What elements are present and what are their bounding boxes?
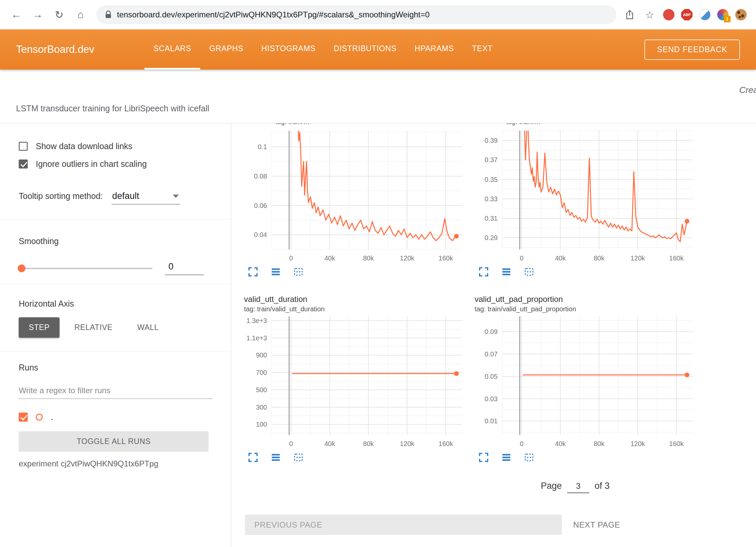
chart-card-top-right: tag: train/… 0.290.310.330.350.370.39040… [474,123,698,280]
expand-chart-button[interactable] [478,266,489,278]
chart-card-top-left: tag: train/… 0.040.060.080.1040k80k120k1… [243,123,467,280]
svg-text:0.05: 0.05 [485,373,498,380]
tab-histograms[interactable]: HISTOGRAMS [252,29,325,70]
svg-text:0.03: 0.03 [485,395,498,403]
svg-text:40k: 40k [555,440,566,447]
previous-page-button[interactable]: PREVIOUS PAGE [245,515,562,535]
smoothing-value-input[interactable]: 0 [165,261,204,275]
share-button[interactable] [623,8,636,21]
svg-text:160k: 160k [438,440,453,447]
svg-text:0.06: 0.06 [254,202,267,209]
app-header: TensorBoard.dev SCALARS GRAPHS HISTOGRAM… [0,29,756,70]
expand-icon [247,452,259,463]
nav-tabs: SCALARS GRAPHS HISTOGRAMS DISTRIBUTIONS … [144,29,502,70]
ignore-outliers-checkbox[interactable] [19,159,28,169]
svg-text:80k: 80k [594,254,605,262]
runs-list-icon [501,452,512,463]
expand-icon [247,266,259,278]
page-of-label: of 3 [595,481,610,491]
fit-domain-icon [523,266,535,278]
axis-relative-button[interactable]: RELATIVE [64,317,122,338]
svg-text:0.08: 0.08 [254,173,267,180]
chart-actions [243,264,467,280]
extension-badge: 1 [724,16,731,22]
home-button[interactable]: ⌂ [72,6,90,24]
abp-extension-icon[interactable]: ABP [681,9,692,20]
url-text[interactable]: tensorboard.dev/experiment/cj2vtPiwQHKN9… [117,10,429,19]
send-feedback-button[interactable]: SEND FEEDBACK [644,39,740,60]
next-page-button[interactable]: NEXT PAGE [573,520,620,530]
horizontal-axis-label: Horizontal Axis [19,299,212,309]
show-download-links-checkbox[interactable] [19,142,28,151]
svg-text:40k: 40k [324,440,335,447]
svg-text:160k: 160k [669,254,684,262]
reload-button[interactable]: ↻ [50,6,68,24]
page-buttons: PREVIOUS PAGE NEXT PAGE [245,515,756,535]
forward-button[interactable]: → [29,6,47,24]
fit-domain-button[interactable] [523,452,535,463]
tab-hparams[interactable]: HPARAMS [406,29,463,70]
axis-step-button[interactable]: STEP [19,317,59,338]
svg-text:0.09: 0.09 [485,328,498,335]
tab-scalars[interactable]: SCALARS [144,29,200,70]
back-button[interactable]: ← [7,6,25,24]
run-row[interactable]: . [19,412,212,422]
svg-text:0.29: 0.29 [485,234,498,241]
cookie-extension-icon[interactable] [735,9,747,20]
runs-list-button[interactable] [270,266,281,278]
runs-label: Runs [19,363,212,372]
tab-graphs[interactable]: GRAPHS [200,29,252,70]
chart-card-valid-utt-duration: valid_utt_duration tag: train/valid_utt_… [243,280,467,465]
runs-filter-input[interactable] [19,383,213,399]
chart-canvas[interactable]: 0.040.060.080.1040k80k120k160k [243,127,464,264]
run-checkbox[interactable] [19,413,28,422]
svg-text:0.01: 0.01 [485,417,498,425]
smoothing-slider[interactable] [19,268,152,269]
ignore-outliers-label: Ignore outliers in chart scaling [36,159,147,169]
expand-chart-button[interactable] [247,266,259,278]
svg-text:80k: 80k [594,440,605,447]
chart-canvas[interactable]: 0.290.310.330.350.370.39040k80k120k160k [474,127,695,264]
fit-domain-button[interactable] [293,266,304,278]
tooltip-sorting-select[interactable]: default [112,190,180,205]
fit-domain-button[interactable] [523,266,535,278]
svg-text:0.37: 0.37 [485,156,498,163]
chart-actions [474,264,698,280]
settings-sidebar: Show data download links Ignore outliers… [0,123,231,547]
svg-text:0.04: 0.04 [254,231,267,238]
expand-chart-button[interactable] [247,452,259,463]
adblock-extension-icon[interactable] [663,9,674,20]
address-bar[interactable]: tensorboard.dev/experiment/cj2vtPiwQHKN9… [96,5,616,24]
tab-distributions[interactable]: DISTRIBUTIONS [325,29,406,70]
tensorboard-logo[interactable]: TensorBoard.dev [16,43,94,56]
smoothing-slider-thumb[interactable] [18,264,25,272]
experiment-subheader: Crea LSTM transducer training for LibriS… [0,70,756,123]
svg-text:0.39: 0.39 [485,137,498,144]
runs-list-button[interactable] [501,266,512,278]
tab-text[interactable]: TEXT [463,29,502,70]
runs-list-button[interactable] [501,452,512,463]
ignore-outliers-row[interactable]: Ignore outliers in chart scaling [19,159,212,169]
fit-domain-button[interactable] [293,452,304,463]
bookmark-star-button[interactable]: ☆ [643,8,656,21]
svg-text:0: 0 [289,440,293,447]
blue-extension-icon[interactable] [699,9,711,20]
runs-list-button[interactable] [270,452,281,463]
browser-chrome: ← → ↻ ⌂ tensorboard.dev/experiment/cj2vt… [0,0,756,29]
toggle-all-runs-button[interactable]: TOGGLE ALL RUNS [19,431,209,452]
svg-text:0.31: 0.31 [485,215,498,222]
chart-canvas[interactable]: 0.010.030.050.070.09040k80k120k160k [474,313,695,450]
axis-wall-button[interactable]: WALL [127,317,169,338]
page-number-input[interactable]: 3 [567,481,589,493]
chart-canvas[interactable]: 1003005007009001.1e+31.3e+3040k80k120k16… [243,313,464,450]
svg-text:0: 0 [520,440,523,447]
expand-icon [478,452,489,463]
show-download-links-row[interactable]: Show data download links [19,141,212,151]
runs-list-icon [501,266,512,278]
chart-actions [243,450,467,465]
svg-text:0: 0 [520,254,523,262]
pagination: Page 3 of 3 [541,481,756,493]
expand-chart-button[interactable] [478,452,489,463]
extensions-menu-icon[interactable]: 1 [717,9,729,20]
padlock-icon [105,10,112,19]
